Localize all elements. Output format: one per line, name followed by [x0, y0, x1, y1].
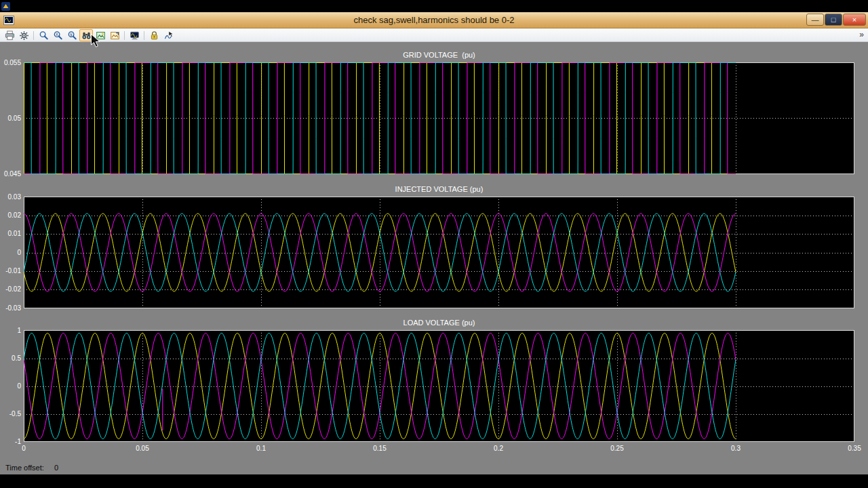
- y-tick-label: 1: [0, 327, 21, 335]
- y-tick-label: 0.045: [0, 170, 21, 178]
- y-tick-label: 0.5: [0, 354, 21, 363]
- y-tick-label: -0.01: [0, 267, 21, 275]
- y-tick-label: 0.03: [0, 193, 21, 201]
- y-tick-label: 0.01: [0, 230, 21, 238]
- grid-voltage-plot: [24, 62, 854, 174]
- toolbar-overflow-chevron[interactable]: »: [859, 30, 864, 39]
- y-tick-label: 0: [0, 249, 21, 257]
- injected-voltage-canvas[interactable]: [24, 197, 854, 308]
- x-tick-label: 0: [7, 445, 41, 452]
- time-offset: Time offset: 0: [5, 464, 58, 472]
- mouse-cursor: [90, 34, 102, 49]
- injected-voltage-plot: [24, 197, 854, 308]
- window-controls: — □ ×: [806, 14, 866, 26]
- minimize-button[interactable]: —: [806, 14, 824, 26]
- time-offset-value: 0: [54, 464, 58, 472]
- x-tick-label: 0.25: [600, 445, 634, 452]
- scope-toolbar: xy »: [0, 28, 868, 42]
- time-offset-label: Time offset:: [5, 464, 44, 472]
- screen: check sag,swell,harmonics should be 0-2 …: [0, 0, 868, 488]
- toolbar-buttons: xy: [3, 28, 175, 42]
- zoom-x-button[interactable]: x: [51, 29, 64, 41]
- y-tick-label: 0: [0, 382, 21, 390]
- load-voltage-plot: [24, 330, 854, 442]
- scope-area: GRID VOLTAGE (pu) INJECTED VOLTAGE (pu) …: [0, 42, 868, 474]
- maximize-button[interactable]: □: [825, 14, 842, 26]
- parameters-button[interactable]: [17, 29, 31, 41]
- close-button[interactable]: ×: [843, 14, 866, 26]
- restore-axes-button[interactable]: [108, 29, 121, 41]
- y-tick-label: -0.5: [0, 410, 21, 418]
- toolbar-separator: [144, 31, 144, 40]
- plot-title-load-voltage: LOAD VOLTAGE (pu): [24, 319, 854, 327]
- y-tick-label: -0.03: [0, 304, 21, 312]
- x-tick-label: 0.2: [481, 445, 515, 452]
- load-voltage-canvas[interactable]: [24, 330, 854, 442]
- floating-scope-button[interactable]: [127, 29, 141, 41]
- zoom-button[interactable]: [37, 29, 50, 41]
- toolbar-separator: [33, 31, 34, 40]
- x-tick-label: 0.3: [719, 445, 753, 452]
- toolbar-separator: [124, 31, 125, 40]
- x-tick-label: 0.1: [244, 445, 278, 452]
- letterbox-top: [0, 0, 868, 12]
- signal-selection-button[interactable]: [161, 29, 175, 41]
- plot-title-injected-voltage: INJECTED VOLTAGE (pu): [24, 185, 854, 193]
- x-tick-label: 0.15: [363, 445, 397, 452]
- print-button[interactable]: [3, 29, 16, 41]
- x-tick-label: 0.05: [125, 445, 159, 452]
- y-tick-label: 0.02: [0, 211, 21, 220]
- y-tick-label: -0.02: [0, 285, 21, 293]
- y-tick-label: 0.055: [0, 59, 21, 67]
- y-tick-label: 0.05: [0, 115, 21, 123]
- grid-voltage-canvas[interactable]: [24, 62, 854, 174]
- zoom-y-button[interactable]: y: [65, 29, 79, 41]
- plot-title-grid-voltage: GRID VOLTAGE (pu): [24, 51, 854, 59]
- letterbox-bottom: [0, 474, 868, 488]
- window-titlebar[interactable]: check sag,swell,harmonics should be 0-2 …: [0, 12, 868, 28]
- x-tick-label: 0.35: [837, 445, 868, 452]
- window-title: check sag,swell,harmonics should be 0-2: [0, 15, 868, 25]
- lock-axes-button[interactable]: [147, 29, 161, 41]
